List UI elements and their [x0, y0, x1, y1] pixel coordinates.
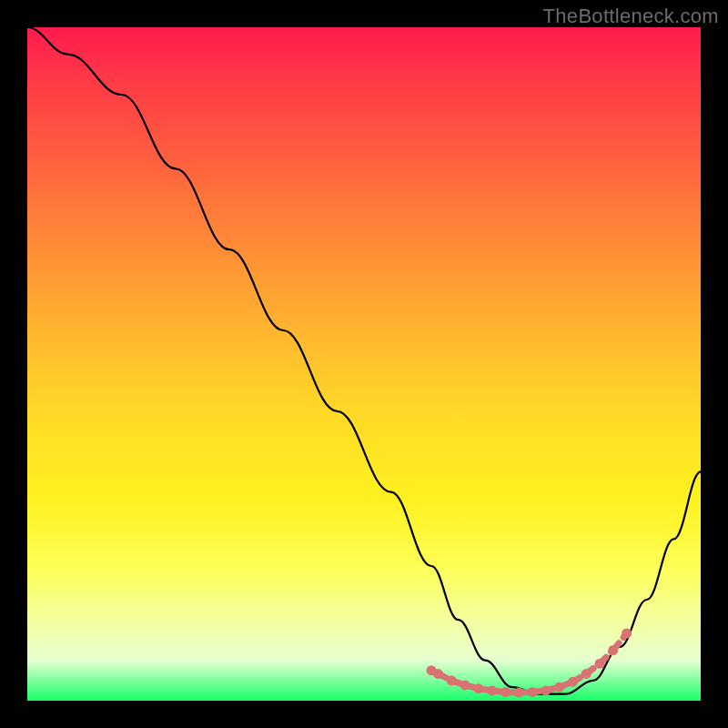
marker-dot — [568, 677, 578, 687]
marker-dot — [622, 629, 632, 639]
marker-dot — [514, 688, 524, 698]
marker-dot — [541, 685, 551, 695]
marker-dot — [554, 682, 564, 693]
marker-dot — [473, 683, 483, 693]
marker-dot — [581, 669, 592, 679]
chart-svg — [27, 27, 701, 701]
marker-dot — [528, 687, 538, 697]
marker-dot — [447, 675, 457, 685]
marker-dot — [500, 687, 511, 697]
marker-dot — [460, 680, 470, 690]
marker-dot — [608, 645, 618, 655]
marker-dot — [595, 659, 605, 669]
flat-region-markers — [427, 629, 632, 698]
watermark-text: TheBottleneck.com — [543, 5, 719, 28]
marker-dot — [487, 685, 497, 695]
bottleneck-curve — [27, 27, 701, 694]
marker-dot — [433, 669, 443, 679]
